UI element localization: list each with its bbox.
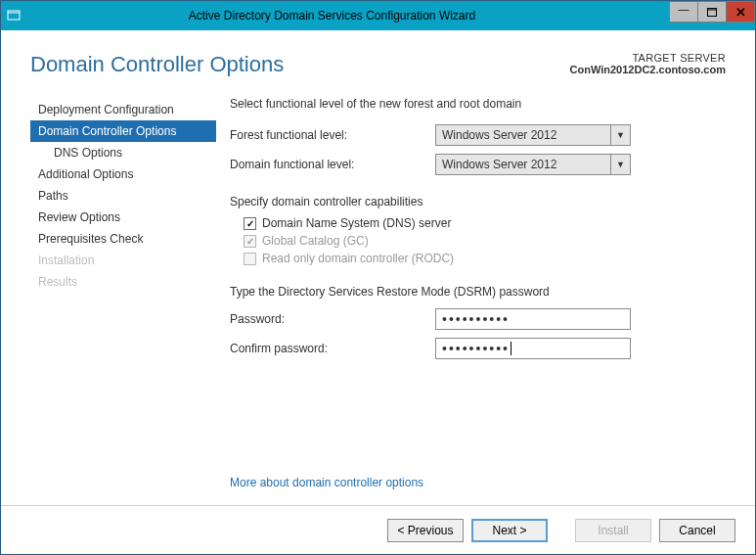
target-server-value: ConWin2012DC2.contoso.com: [570, 64, 726, 75]
forest-level-value: Windows Server 2012: [435, 124, 611, 146]
global-catalog-checkbox-row: Global Catalog (GC): [230, 232, 726, 250]
nav-dns-options[interactable]: DNS Options: [30, 142, 216, 163]
rodc-checkbox: [244, 253, 256, 265]
domain-level-row: Domain functional level: Windows Server …: [230, 154, 726, 175]
previous-button[interactable]: < Previous: [387, 519, 464, 542]
target-server-label: TARGET SERVER: [570, 52, 726, 64]
close-button[interactable]: ✕: [726, 1, 755, 23]
page-header: Domain Controller Options TARGET SERVER …: [1, 30, 755, 85]
install-button: Install: [575, 519, 651, 542]
chevron-down-icon[interactable]: ▼: [611, 154, 631, 175]
confirm-password-label: Confirm password:: [230, 342, 435, 355]
domain-level-value: Windows Server 2012: [435, 154, 611, 175]
domain-level-combobox[interactable]: Windows Server 2012 ▼: [435, 154, 631, 175]
title-bar: Active Directory Domain Services Configu…: [1, 1, 755, 30]
window-controls: — ✕: [670, 1, 755, 23]
dsrm-heading: Type the Directory Services Restore Mode…: [230, 285, 726, 299]
confirm-password-row: Confirm password: ••••••••••: [230, 338, 726, 359]
capabilities-heading: Specify domain controller capabilities: [230, 195, 726, 208]
nav-deployment-configuration[interactable]: Deployment Configuration: [30, 99, 216, 120]
cancel-button[interactable]: Cancel: [659, 519, 735, 542]
password-input[interactable]: ••••••••••: [435, 308, 631, 330]
chevron-down-icon[interactable]: ▼: [611, 124, 631, 146]
nav-prerequisites-check[interactable]: Prerequisites Check: [30, 228, 216, 250]
dns-server-label: Domain Name System (DNS) server: [262, 216, 451, 230]
nav-domain-controller-options[interactable]: Domain Controller Options: [30, 120, 216, 142]
body: Deployment Configuration Domain Controll…: [1, 85, 755, 505]
rodc-label: Read only domain controller (RODC): [262, 252, 454, 265]
global-catalog-label: Global Catalog (GC): [262, 234, 369, 248]
text-cursor: [511, 342, 511, 355]
svg-rect-0: [8, 11, 20, 20]
dns-server-checkbox-row: Domain Name System (DNS) server: [230, 214, 726, 232]
rodc-checkbox-row: Read only domain controller (RODC): [230, 250, 726, 267]
dns-server-checkbox[interactable]: [244, 217, 256, 230]
footer-buttons: < Previous Next > Install Cancel: [1, 505, 755, 554]
nav-additional-options[interactable]: Additional Options: [30, 163, 216, 185]
maximize-button[interactable]: [697, 1, 727, 23]
main-pane: Select functional level of the new fores…: [216, 95, 726, 505]
nav-installation: Installation: [30, 250, 216, 271]
wizard-window: Active Directory Domain Services Configu…: [0, 0, 756, 555]
minimize-button[interactable]: —: [669, 1, 698, 23]
password-label: Password:: [230, 312, 435, 326]
forest-level-label: Forest functional level:: [230, 128, 435, 142]
system-menu-icon[interactable]: [1, 1, 26, 30]
domain-level-label: Domain functional level:: [230, 158, 435, 171]
more-about-link[interactable]: More about domain controller options: [230, 476, 726, 489]
target-server-block: TARGET SERVER ConWin2012DC2.contoso.com: [570, 52, 726, 75]
forest-level-row: Forest functional level: Windows Server …: [230, 124, 726, 146]
password-row: Password: ••••••••••: [230, 308, 726, 330]
window-title: Active Directory Domain Services Configu…: [26, 9, 755, 23]
next-button[interactable]: Next >: [471, 519, 548, 542]
confirm-password-input[interactable]: ••••••••••: [435, 338, 631, 359]
functional-level-intro: Select functional level of the new fores…: [230, 97, 726, 111]
global-catalog-checkbox: [244, 235, 256, 248]
nav-results: Results: [30, 271, 216, 293]
page-title: Domain Controller Options: [30, 52, 570, 77]
forest-level-combobox[interactable]: Windows Server 2012 ▼: [435, 124, 631, 146]
nav-paths[interactable]: Paths: [30, 185, 216, 207]
nav-sidebar: Deployment Configuration Domain Controll…: [30, 95, 216, 505]
nav-review-options[interactable]: Review Options: [30, 207, 216, 228]
